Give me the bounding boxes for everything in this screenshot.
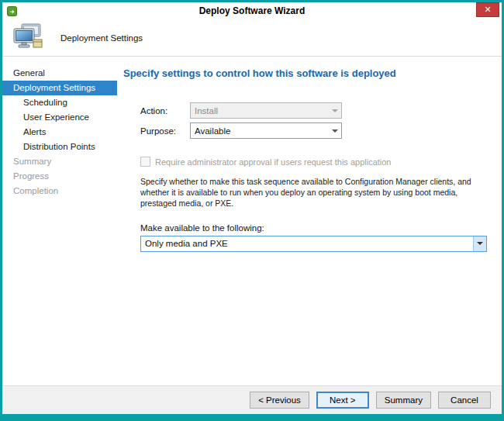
availability-dropdown[interactable]: Only media and PXE <box>140 236 487 252</box>
purpose-dropdown[interactable]: Available <box>190 123 342 139</box>
next-button[interactable]: Next > <box>316 392 369 409</box>
deployment-settings-form: Action: Install Purpose: Available Re <box>140 102 491 252</box>
sidebar-item-user-experience[interactable]: User Experience <box>2 110 117 125</box>
approval-checkbox <box>140 157 150 167</box>
deployment-settings-icon <box>12 23 43 53</box>
action-value: Install <box>191 106 328 116</box>
purpose-label: Purpose: <box>140 126 190 136</box>
approval-checkbox-label: Require administrator approval if users … <box>155 157 392 167</box>
close-button[interactable]: ✕ <box>476 2 499 17</box>
titlebar: Deploy Software Wizard ✕ <box>2 2 502 19</box>
sidebar-item-alerts[interactable]: Alerts <box>2 125 117 140</box>
approval-checkbox-row: Require administrator approval if users … <box>140 157 491 167</box>
sidebar-item-scheduling[interactable]: Scheduling <box>2 95 117 110</box>
page-title: Deployment Settings <box>60 33 143 43</box>
availability-value: Only media and PXE <box>141 239 473 248</box>
sidebar-item-distribution-points[interactable]: Distribution Points <box>2 140 117 154</box>
wizard-footer: < Previous Next > Summary Cancel <box>2 385 502 414</box>
wizard-nav-sidebar: General Deployment Settings Scheduling U… <box>2 57 117 385</box>
window-title: Deploy Software Wizard <box>2 5 502 16</box>
sidebar-item-progress: Progress <box>2 169 117 184</box>
action-dropdown: Install <box>190 102 342 119</box>
wizard-body: General Deployment Settings Scheduling U… <box>2 57 502 385</box>
chevron-down-icon <box>328 103 341 118</box>
window-bottom-accent <box>2 414 502 419</box>
action-row: Action: Install <box>140 102 491 119</box>
sidebar-item-general[interactable]: General <box>2 66 117 81</box>
content-heading: Specify settings to control how this sof… <box>123 67 491 79</box>
wizard-header: Deployment Settings <box>2 19 502 57</box>
summary-button[interactable]: Summary <box>376 392 431 409</box>
sidebar-item-completion: Completion <box>2 184 117 198</box>
chevron-down-icon <box>328 123 341 138</box>
action-label: Action: <box>140 106 190 116</box>
cancel-button[interactable]: Cancel <box>438 392 491 409</box>
close-icon: ✕ <box>484 5 491 14</box>
chevron-down-icon <box>473 236 486 251</box>
purpose-value: Available <box>191 126 328 136</box>
availability-description: Specify whether to make this task sequen… <box>140 176 491 209</box>
sidebar-item-summary: Summary <box>2 154 117 169</box>
deploy-software-wizard-window: Deploy Software Wizard ✕ <box>0 0 504 421</box>
wizard-content: Specify settings to control how this sof… <box>117 57 502 385</box>
sidebar-item-deployment-settings[interactable]: Deployment Settings <box>2 81 117 95</box>
purpose-row: Purpose: Available <box>140 123 491 139</box>
previous-button[interactable]: < Previous <box>250 392 309 409</box>
availability-label: Make available to the following: <box>140 223 491 233</box>
